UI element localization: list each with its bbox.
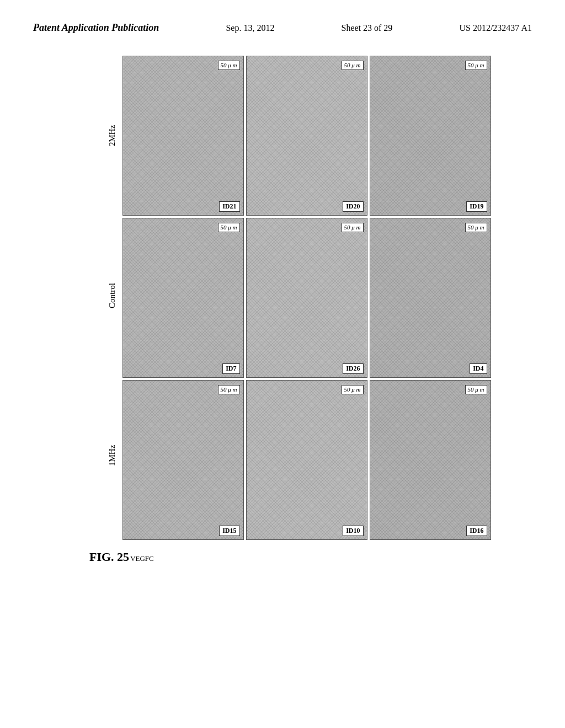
scale-bar-id16: 50 μ m <box>465 385 487 394</box>
row-labels: 2MHz Control 1MHz <box>108 56 117 536</box>
cell-texture <box>247 218 367 377</box>
row-label-2mhz: 2MHz <box>108 58 117 213</box>
cell-id16: 50 μ m ID16 <box>370 380 491 540</box>
cell-texture <box>123 381 243 539</box>
page-header: Patent Application Publication Sep. 13, … <box>0 0 565 39</box>
scale-bar-id26: 50 μ m <box>342 223 364 232</box>
scale-bar-id20: 50 μ m <box>342 61 364 70</box>
cell-label-id20: ID20 <box>343 201 363 212</box>
sheet-info: Sheet 23 of 29 <box>341 23 392 33</box>
cell-id10: 50 μ m ID10 <box>246 380 367 540</box>
cell-texture <box>247 381 367 539</box>
cell-label-id10: ID10 <box>343 526 363 536</box>
cell-id26: 50 μ m ID26 <box>246 218 367 378</box>
cell-id19: 50 μ m ID19 <box>370 56 491 216</box>
cell-texture <box>123 56 243 215</box>
figure-label-area: FIG. 25 VEGFC <box>89 550 476 564</box>
figure-sublabel: VEGFC <box>130 554 154 563</box>
cell-label-id4: ID4 <box>470 363 487 374</box>
cell-label-id16: ID16 <box>466 526 487 536</box>
cell-label-id7: ID7 <box>222 363 239 374</box>
scale-bar-id4: 50 μ m <box>465 223 487 232</box>
figure-area: 2MHz Control 1MHz 50 μ m ID21 50 μ m ID2… <box>108 56 491 540</box>
publication-number: US 2012/232437 A1 <box>459 23 532 33</box>
scale-bar-id21: 50 μ m <box>218 61 240 70</box>
cell-id21: 50 μ m ID21 <box>122 56 244 216</box>
figure-label: FIG. 25 <box>89 550 129 564</box>
cell-texture <box>370 218 491 377</box>
scale-bar-id19: 50 μ m <box>465 61 487 70</box>
scale-bar-id15: 50 μ m <box>218 385 240 394</box>
cell-id15: 50 μ m ID15 <box>122 380 244 540</box>
row-label-1mhz: 1MHz <box>108 378 117 533</box>
cell-texture <box>370 381 491 539</box>
cell-label-id26: ID26 <box>343 363 363 374</box>
publication-date: Sep. 13, 2012 <box>226 23 274 33</box>
cell-texture <box>123 218 243 377</box>
cell-id4: 50 μ m ID4 <box>370 218 491 378</box>
main-content: 2MHz Control 1MHz 50 μ m ID21 50 μ m ID2… <box>0 39 565 575</box>
cell-label-id19: ID19 <box>466 201 487 212</box>
cell-texture <box>247 56 367 215</box>
cell-id7: 50 μ m ID7 <box>122 218 244 378</box>
publication-title: Patent Application Publication <box>33 22 159 34</box>
cell-texture <box>370 56 491 215</box>
cell-label-id21: ID21 <box>219 201 239 212</box>
scale-bar-id7: 50 μ m <box>218 223 240 232</box>
row-label-control: Control <box>108 218 117 373</box>
cell-label-id15: ID15 <box>219 526 239 536</box>
cell-id20: 50 μ m ID20 <box>246 56 367 216</box>
scale-bar-id10: 50 μ m <box>342 385 364 394</box>
image-grid: 50 μ m ID21 50 μ m ID20 50 μ m ID19 50 μ… <box>122 56 491 540</box>
